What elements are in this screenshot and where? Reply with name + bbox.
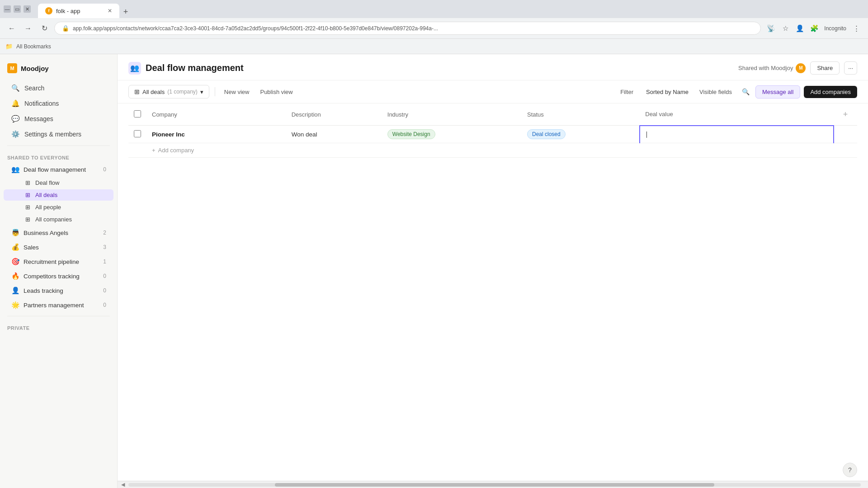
select-all-checkbox[interactable] <box>134 110 141 117</box>
bookmark-icon[interactable]: ☆ <box>779 22 792 35</box>
refresh-button[interactable]: ↻ <box>38 22 51 35</box>
settings-icon: ⚙️ <box>11 130 20 138</box>
scroll-left-arrow[interactable]: ◀ <box>121 482 125 488</box>
sub-item-label: All deals <box>35 192 57 198</box>
all-deals-icon: ⊞ <box>24 192 32 198</box>
view-selector[interactable]: ⊞ All deals (1 company) ▾ <box>128 85 209 99</box>
brand: M Moodjoy <box>0 60 117 80</box>
company-cell: Pioneer Inc ··· <box>146 126 286 143</box>
back-button[interactable]: ← <box>5 22 18 35</box>
industry-tag: Website Design <box>387 129 435 139</box>
extensions-icon[interactable]: 🧩 <box>808 22 821 35</box>
add-company-cell: + Add company <box>146 143 857 158</box>
sidebar-sub-all-companies[interactable]: ⊞ All companies <box>4 214 113 225</box>
maximize-button[interactable]: ▭ <box>14 5 21 13</box>
help-label: ? <box>848 466 852 474</box>
more-options-button[interactable]: ··· <box>844 61 857 75</box>
industry-header-label: Industry <box>387 111 408 118</box>
deal-value-cell[interactable] <box>640 126 834 143</box>
sidebar-group-leads[interactable]: 👤 Leads tracking 0 <box>4 284 113 297</box>
column-header-company[interactable]: Company <box>146 103 286 126</box>
group-count: 1 <box>103 258 106 265</box>
new-view-button[interactable]: New view <box>221 86 253 98</box>
sidebar-group-sales[interactable]: 💰 Sales 3 <box>4 240 113 254</box>
main-content: 👥 Deal flow management Shared with Moodj… <box>118 54 868 488</box>
menu-icon[interactable]: ⋮ <box>850 22 863 35</box>
sidebar-item-notifications[interactable]: 🔔 Notifications <box>4 96 113 111</box>
profile-icon[interactable]: 👤 <box>793 22 806 35</box>
description-value: Won deal <box>292 131 317 138</box>
sidebar-group-partners[interactable]: 🌟 Partners management 0 <box>4 298 113 312</box>
column-header-description[interactable]: Description <box>286 103 382 126</box>
status-tag: Deal closed <box>527 129 566 139</box>
share-button[interactable]: Share <box>810 61 840 75</box>
column-header-deal-value[interactable]: Deal value <box>640 103 834 126</box>
address-bar[interactable]: 🔒 app.folk.app/apps/contacts/network/cca… <box>54 22 761 35</box>
deal-value-cursor <box>646 131 647 138</box>
forward-button[interactable]: → <box>22 22 34 35</box>
new-tab-button[interactable]: + <box>119 5 132 18</box>
company-name: Pioneer Inc <box>152 131 185 138</box>
message-all-button[interactable]: Message all <box>755 85 800 99</box>
sidebar-sub-deal-flow[interactable]: ⊞ Deal flow <box>4 177 113 188</box>
minimize-button[interactable]: — <box>4 5 11 13</box>
company-header-label: Company <box>152 111 177 118</box>
publish-view-button[interactable]: Publish view <box>256 86 296 98</box>
add-companies-button[interactable]: Add companies <box>804 86 857 98</box>
search-icon: 🔍 <box>11 84 20 92</box>
sidebar: M Moodjoy 🔍 Search 🔔 Notifications 💬 Mes… <box>0 54 118 488</box>
view-toolbar: ⊞ All deals (1 company) ▾ New view Publi… <box>118 80 868 103</box>
sorted-by-label: Sorted by <box>646 89 673 95</box>
visible-fields-button[interactable]: Visible fields <box>696 86 736 98</box>
sidebar-item-search[interactable]: 🔍 Search <box>4 81 113 95</box>
sidebar-sub-all-people[interactable]: ⊞ All people <box>4 202 113 213</box>
table-row: Pioneer Inc ··· Won deal Website Design <box>128 126 857 143</box>
group-label: Sales <box>24 244 99 251</box>
group-label: Deal flow management <box>24 166 99 173</box>
sidebar-group-deal-flow-management[interactable]: 👥 Deal flow management 0 <box>4 163 113 176</box>
active-tab[interactable]: f folk - app ✕ <box>38 4 119 18</box>
sidebar-group-business-angels[interactable]: 👼 Business Angels 2 <box>4 226 113 239</box>
group-count: 0 <box>103 287 106 294</box>
add-company-button[interactable]: + Add company <box>152 147 194 154</box>
sidebar-item-messages[interactable]: 💬 Messages <box>4 112 113 126</box>
tab-close-icon[interactable]: ✕ <box>108 8 112 14</box>
shared-badge: Shared with Moodjoy M <box>738 63 806 73</box>
all-companies-icon: ⊞ <box>24 216 32 223</box>
industry-cell: Website Design <box>382 126 522 143</box>
header-checkbox-cell <box>128 103 146 126</box>
table-header-row: Company Description Industry Status <box>128 103 857 126</box>
description-cell: Won deal <box>286 126 382 143</box>
row-checkbox-cell <box>128 126 146 143</box>
brand-icon: M <box>7 63 17 73</box>
page-header: 👥 Deal flow management Shared with Moodj… <box>118 54 868 80</box>
row-checkbox[interactable] <box>134 130 141 137</box>
close-button[interactable]: ✕ <box>24 5 31 13</box>
scrollbar-thumb[interactable] <box>275 483 714 487</box>
add-column-button[interactable]: + <box>839 108 852 121</box>
sidebar-group-recruitment[interactable]: 🎯 Recruitment pipeline 1 <box>4 255 113 268</box>
column-header-industry[interactable]: Industry <box>382 103 522 126</box>
view-label: All deals <box>142 89 165 95</box>
sidebar-item-settings[interactable]: ⚙️ Settings & members <box>4 127 113 141</box>
sidebar-item-label: Messages <box>24 115 53 122</box>
group-count: 0 <box>103 166 106 173</box>
help-button[interactable]: ? <box>843 463 857 477</box>
tab-favicon: f <box>45 7 52 14</box>
bookmarks-label: All Bookmarks <box>16 43 51 50</box>
sidebar-item-label: Notifications <box>24 100 59 107</box>
description-header-label: Description <box>292 111 321 118</box>
cast-icon[interactable]: 📡 <box>764 22 777 35</box>
column-header-status[interactable]: Status <box>522 103 640 126</box>
share-label: Share <box>817 65 833 71</box>
sales-icon: 💰 <box>11 243 20 251</box>
business-angels-icon: 👼 <box>11 229 20 237</box>
scrollbar-track[interactable] <box>128 483 861 487</box>
address-text: app.folk.app/apps/contacts/network/ccaa7… <box>73 25 753 32</box>
sort-button[interactable]: Sorted by Name <box>642 86 692 98</box>
toolbar-divider <box>215 87 215 96</box>
search-icon-button[interactable]: 🔍 <box>739 85 752 98</box>
filter-button[interactable]: Filter <box>615 86 639 98</box>
sidebar-sub-all-deals[interactable]: ⊞ All deals <box>4 189 113 201</box>
sidebar-group-competitors[interactable]: 🔥 Competitors tracking 0 <box>4 269 113 283</box>
